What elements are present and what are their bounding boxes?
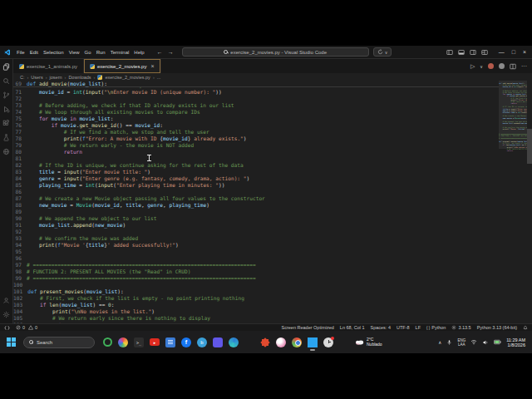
language-indicator[interactable]: ENG LAA [457,338,466,347]
toggle-panel-icon[interactable] [458,49,465,56]
forward-icon[interactable]: → [168,49,174,55]
code-line[interactable]: 103 if len(movie_list) == 0: [13,302,499,308]
toggle-sidebar-icon[interactable] [446,49,453,56]
breadcrumb-item[interactable]: C: [20,75,25,80]
code-line[interactable]: 85 playing_time = int(input("Enter playi… [13,182,499,189]
taskbar-clock[interactable]: 11:29 AM 1/8/2026 [506,337,527,347]
command-center-search[interactable]: exercise_2_movies.py - Visual Studio Cod… [182,47,369,57]
code-line[interactable]: 105 # We return early since there is not… [13,315,499,322]
vertical-scrollbar[interactable] [527,81,532,323]
scrollbar-thumb[interactable] [527,129,532,164]
menu-help[interactable]: Help [131,50,146,55]
microphone-icon[interactable] [446,339,452,346]
taskbar-app-file-explorer[interactable] [244,337,254,347]
code-line[interactable]: 75 for movie in movie_list: [13,116,499,122]
menu-view[interactable]: View [66,50,82,55]
taskbar-search[interactable]: Search [23,337,95,348]
menu-run[interactable]: Run [94,50,108,55]
tab-exercise_1_animals.py[interactable]: exercise_1_animals.py [13,59,84,73]
customize-layout-icon[interactable] [481,49,488,56]
code-line[interactable]: 80 return [13,149,499,155]
status-spaces-4[interactable]: Spaces: 4 [371,325,391,330]
status-utf-8[interactable]: UTF-8 [397,325,410,330]
tab-exercise_2_movies.py[interactable]: exercise_2_movies.py× [84,59,160,73]
problems-indicator[interactable]: 0 0 [16,325,37,330]
code-line[interactable]: 100 [13,282,499,288]
status-ln-68-col-1[interactable]: Ln 68, Col 1 [340,325,365,330]
extension-status-icon-2[interactable] [499,63,505,69]
battery-icon[interactable] [494,339,501,345]
more-actions-icon[interactable]: ··· [521,63,527,69]
code-line[interactable]: 98# FUNCTION 2: PRESENT ALL MOVIES (the … [13,268,499,275]
code-area[interactable]: 69def add_movie(movie_list): 70 # We ask… [13,81,499,323]
close-button[interactable]: × [523,49,526,55]
code-line[interactable]: 94 print(f"Movie '{title}' added success… [13,242,499,249]
taskbar-app-youtube[interactable]: ▸ [150,338,160,346]
split-editor-icon[interactable] [510,63,516,70]
run-python-button[interactable]: ▷ [470,63,475,70]
activity-search-icon[interactable] [2,76,12,86]
menu-go[interactable]: Go [82,50,94,55]
breadcrumb-item[interactable]: josern [50,75,62,80]
code-line[interactable]: 69def add_movie(movie_list): [13,81,107,87]
breadcrumb-item[interactable]: exercise_2_movies.py [105,75,150,80]
activity-testing-icon[interactable] [2,132,12,143]
breadcrumb-item[interactable]: Users [31,75,42,80]
tab-close-icon[interactable]: × [150,63,154,69]
status-lf[interactable]: LF [416,325,421,330]
taskbar-app-edge[interactable] [229,337,239,347]
code-line[interactable]: 104 print("\nNo movies in the list.") [13,308,499,315]
minimize-button[interactable]: — [499,49,505,55]
sticky-scroll-line[interactable]: 69def add_movie(movie_list): [13,81,499,87]
activity-explorer-icon[interactable] [2,62,12,72]
code-line[interactable]: 99# ====================================… [13,275,499,282]
code-line[interactable]: 90 # We append the new object to our lis… [13,215,499,222]
taskbar-app-vscode[interactable] [308,337,318,347]
customize-layout-pill[interactable]: ∨ [373,47,392,57]
activity-settings-icon[interactable] [2,309,12,320]
status-screen-reader-optimized[interactable]: Screen Reader Optimized [282,325,334,330]
breadcrumb[interactable]: C:›Users›josern›Downloads›exercise_2_mov… [13,73,532,81]
activity-extensions-icon[interactable] [2,118,12,129]
code-line[interactable]: 81 [13,155,499,162]
code-line[interactable]: 91 movie_list.append(new_movie) [13,222,499,229]
taskbar-app-facebook[interactable]: f [181,337,191,347]
menu-terminal[interactable]: Terminal [108,50,132,55]
code-line[interactable]: 88 new_movie = Movie(movie_id, title, ge… [13,202,499,209]
taskbar-app-loop[interactable] [103,337,112,347]
code-line[interactable]: 87 # We create a new Movie object passin… [13,195,499,202]
menu-selection[interactable]: Selection [41,50,66,55]
status-python-3-13-64-bit-[interactable]: Python 3.13 (64-bit) [477,325,517,330]
maximize-button[interactable]: □ [512,49,515,55]
back-icon[interactable]: ← [157,49,163,55]
activity-run-debug-icon[interactable] [2,104,12,115]
taskbar-app-social[interactable] [213,337,223,347]
speaker-icon[interactable] [482,339,489,346]
code-line[interactable]: 82 # If the ID is unique, we continue as… [13,162,499,169]
code-line[interactable]: 95 [13,249,499,255]
breadcrumb-item[interactable]: Downloads [68,75,91,80]
code-line[interactable]: 78 print(f"Error: A movie with ID {movie… [13,135,499,142]
menu-edit[interactable]: Edit [27,50,41,55]
code-line[interactable]: 73 # Before adding, we check if that ID … [13,102,499,109]
status-3-13-5[interactable]: 3.13.5 [451,325,470,330]
code-line[interactable]: 77 # If we find a match, we stop and tel… [13,129,499,135]
taskbar-app-star[interactable] [260,337,270,347]
code-line[interactable]: 72 [13,96,499,102]
remote-indicator[interactable] [4,325,10,331]
tray-chevron-icon[interactable]: ∧ [438,340,441,345]
menu-file[interactable]: File [14,50,27,55]
code-line[interactable]: 101def present_movies(movie_list): [13,288,499,295]
status-python[interactable]: { }Python [426,325,446,330]
extension-status-icon[interactable] [488,63,494,69]
code-line[interactable]: 84 genre = input("Enter genre (e.g. fant… [13,175,499,182]
code-line[interactable]: 102 # First, we check if the list is emp… [13,295,499,302]
activity-remote-icon[interactable] [2,146,12,157]
code-line[interactable]: 96 [13,255,499,262]
minimap-slider[interactable] [499,81,527,149]
code-line[interactable]: 74 # We loop through all existing movies… [13,109,499,116]
minimap[interactable]: def add_movie(movie_list): # We ask the … [499,81,527,323]
taskbar-app-photos[interactable] [118,337,128,347]
code-line[interactable]: 71 movie_id = int(input("\nEnter movie I… [13,89,499,96]
code-line[interactable]: 86 [13,189,499,195]
